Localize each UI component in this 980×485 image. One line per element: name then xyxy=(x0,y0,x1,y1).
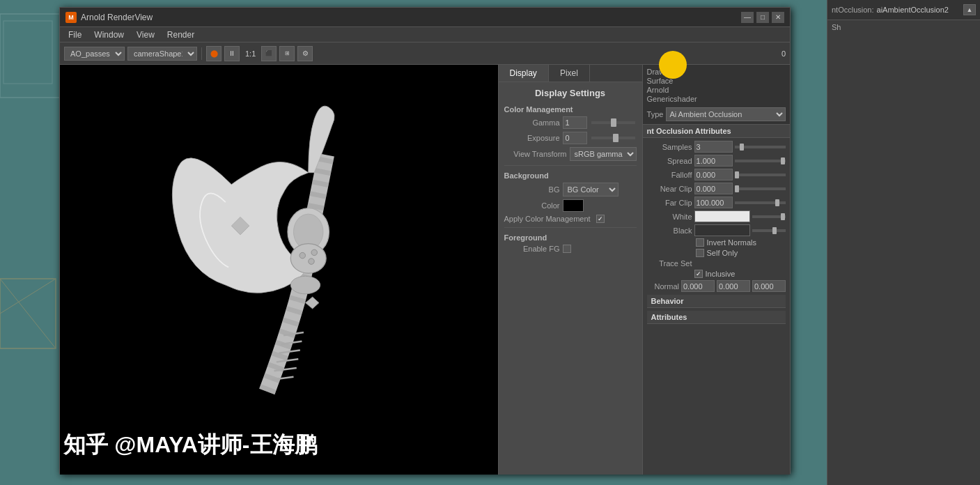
view-transform-label: View Transform xyxy=(504,150,567,158)
far-clip-slider[interactable] xyxy=(735,201,786,204)
trace-set-label: Trace Set xyxy=(647,259,692,268)
view-transform-select[interactable]: sRGB gamma xyxy=(570,147,637,161)
exposure-row: Exposure xyxy=(504,132,637,144)
enable-fg-checkbox[interactable] xyxy=(563,245,571,253)
black-slider[interactable] xyxy=(752,229,786,232)
view-transform-row: View Transform sRGB gamma xyxy=(504,147,637,161)
self-only-label: Self Only xyxy=(707,249,738,257)
menu-render[interactable]: Render xyxy=(162,29,200,41)
inclusive-checkbox[interactable]: ✓ xyxy=(694,270,703,278)
black-row: Black xyxy=(647,224,786,236)
bg-select[interactable]: BG Color xyxy=(563,183,619,197)
samples-slider-thumb xyxy=(740,144,744,151)
samples-row: Samples xyxy=(647,141,786,153)
normal-y-input[interactable] xyxy=(717,280,750,292)
attributes-section-header: Attributes xyxy=(647,311,786,324)
near-clip-input[interactable] xyxy=(694,183,733,194)
background-section-label: Background xyxy=(504,171,637,180)
normal-z-input[interactable] xyxy=(752,280,786,292)
display-tabs: Display Pixel xyxy=(499,65,642,82)
samples-label: Samples xyxy=(647,143,692,151)
samples-input[interactable] xyxy=(694,141,733,153)
invert-normals-row: Invert Normals xyxy=(647,238,786,247)
invert-normals-checkbox[interactable] xyxy=(696,238,704,247)
apply-cm-checkbox[interactable] xyxy=(596,215,605,223)
normal-label: Normal xyxy=(647,282,679,291)
svg-point-12 xyxy=(311,249,317,255)
normal-row: Normal xyxy=(647,280,786,292)
exposure-label: Exposure xyxy=(504,134,560,142)
crumb-genericshader: Genericshader xyxy=(647,95,786,103)
exposure-slider[interactable] xyxy=(591,137,635,139)
color-swatch[interactable] xyxy=(563,199,584,212)
black-color-swatch[interactable] xyxy=(694,224,750,236)
sh-label-area: Sh xyxy=(827,20,980,34)
watermark-text: 知乎 @MAYA讲师-王海鹏 xyxy=(63,430,316,461)
window-controls: — □ ✕ xyxy=(741,12,784,23)
checkerboard-button[interactable]: ⊞ xyxy=(279,46,295,61)
svg-rect-1 xyxy=(3,21,52,84)
tab-display[interactable]: Display xyxy=(499,65,549,82)
falloff-slider[interactable] xyxy=(735,174,786,176)
gamma-label: Gamma xyxy=(504,118,560,127)
minimize-button[interactable]: — xyxy=(741,12,754,23)
color-management-section-label: Color Management xyxy=(504,105,637,114)
render-region-button[interactable]: ⬤ xyxy=(206,46,221,61)
close-button[interactable]: ✕ xyxy=(772,12,784,23)
render-view-window: M Arnold RenderView — □ ✕ File Window Vi… xyxy=(59,7,791,474)
falloff-input[interactable] xyxy=(694,169,733,180)
color-label: Color xyxy=(504,201,560,210)
pause-button[interactable]: ⏸ xyxy=(224,46,240,61)
white-slider[interactable] xyxy=(752,215,786,218)
black-slider-thumb xyxy=(772,227,777,234)
apply-cm-label: Apply Color Management xyxy=(504,215,593,223)
maximize-button[interactable]: □ xyxy=(756,12,769,23)
display-content: Display Settings Color Management Gamma … xyxy=(499,82,642,475)
falloff-label: Falloff xyxy=(647,171,692,179)
crumb-arnold: Arnold xyxy=(647,86,786,94)
samples-slider[interactable] xyxy=(735,146,786,148)
invert-normals-label: Invert Normals xyxy=(707,238,757,247)
camera-select[interactable]: cameraShape1 xyxy=(127,47,197,61)
exposure-slider-thumb xyxy=(613,134,619,142)
foreground-section-label: Foreground xyxy=(504,233,637,242)
menu-view[interactable]: View xyxy=(131,29,160,41)
far-clip-input[interactable] xyxy=(694,197,733,208)
render-image xyxy=(60,65,498,475)
app-icon: M xyxy=(65,12,77,23)
gamma-input[interactable] xyxy=(563,116,587,129)
render-viewport: 知乎 @MAYA讲师-王海鹏 xyxy=(60,65,498,475)
near-clip-slider[interactable] xyxy=(735,187,786,190)
display-settings-panel: Display Pixel Display Settings Color Man… xyxy=(498,65,642,475)
display-settings-title: Display Settings xyxy=(504,88,637,98)
attr-type-row: Type Ai Ambient Occlusion xyxy=(647,107,786,121)
gamma-row: Gamma xyxy=(504,116,637,129)
self-only-checkbox[interactable] xyxy=(696,249,704,257)
menu-file[interactable]: File xyxy=(63,29,87,41)
far-clip-label: Far Clip xyxy=(647,199,692,207)
spread-slider[interactable] xyxy=(735,160,786,162)
near-clip-row: Near Clip xyxy=(647,183,786,194)
settings-button[interactable]: ⚙ xyxy=(297,46,313,61)
fit-button[interactable]: ⬛ xyxy=(261,46,277,61)
bg-label: BG xyxy=(504,185,560,194)
divider-1 xyxy=(504,165,637,166)
spread-input[interactable] xyxy=(694,155,733,167)
ao-section-header: nt Occlusion Attributes xyxy=(643,125,790,138)
exposure-input[interactable] xyxy=(563,132,587,144)
attr-content: Samples Spread Falloff xyxy=(643,138,790,475)
zoom-label: 1:1 xyxy=(242,49,258,58)
svg-point-13 xyxy=(290,276,320,293)
enable-fg-label: Enable FG xyxy=(504,245,560,253)
normal-x-input[interactable] xyxy=(681,280,715,292)
menu-window[interactable]: Window xyxy=(88,29,130,41)
menu-bar: File Window View Render xyxy=(60,27,790,43)
ao-expand-button[interactable]: ▲ xyxy=(963,4,976,15)
white-color-swatch[interactable] xyxy=(694,210,750,222)
tab-pixel[interactable]: Pixel xyxy=(549,65,590,82)
attr-type-select[interactable]: Ai Ambient Occlusion xyxy=(666,107,786,121)
pass-select[interactable]: AO_passes xyxy=(64,47,125,61)
white-label: White xyxy=(647,213,692,221)
near-clip-label: Near Clip xyxy=(647,185,692,193)
gamma-slider[interactable] xyxy=(591,121,635,124)
